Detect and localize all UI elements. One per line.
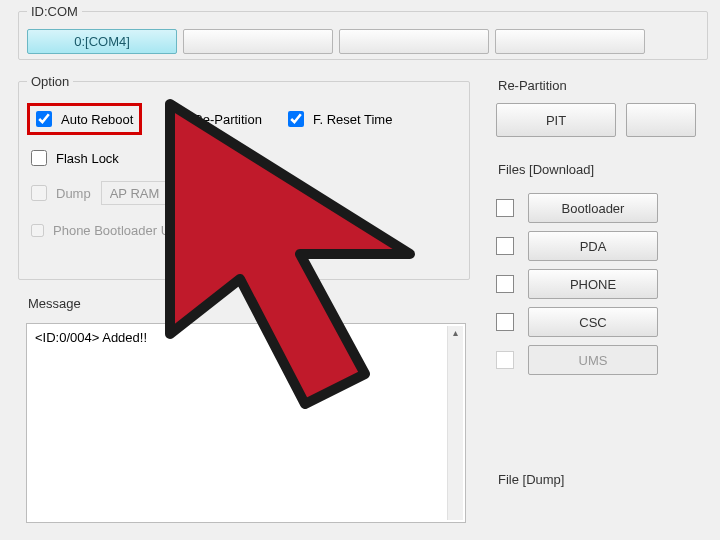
message-textarea[interactable]: <ID:0/004> Added!! ▴ xyxy=(26,323,466,523)
re-partition-input[interactable] xyxy=(168,111,184,127)
file-check-phone[interactable] xyxy=(496,275,514,293)
flash-lock-label: Flash Lock xyxy=(56,151,119,166)
auto-reboot-input[interactable] xyxy=(36,111,52,127)
message-legend: Message xyxy=(24,296,85,311)
pit-button[interactable]: PIT xyxy=(496,103,616,137)
phone-bootloader-row: Phone Bootloader Update xyxy=(27,221,461,240)
flash-lock-input[interactable] xyxy=(31,150,47,166)
f-reset-time-label: F. Reset Time xyxy=(313,112,392,127)
files-panel: Files [Download] Bootloader PDA PHONE CS… xyxy=(488,162,720,462)
phone-button[interactable]: PHONE xyxy=(528,269,658,299)
dump-label: Dump xyxy=(56,186,91,201)
idcom-legend: ID:COM xyxy=(27,4,82,19)
auto-reboot-highlight: Auto Reboot xyxy=(27,103,142,135)
com-slot-2[interactable] xyxy=(339,29,489,54)
message-panel: Message <ID:0/004> Added!! ▴ xyxy=(18,296,474,528)
file-row-csc: CSC xyxy=(496,307,716,337)
pda-button[interactable]: PDA xyxy=(528,231,658,261)
option-legend: Option xyxy=(27,74,73,89)
auto-reboot-checkbox[interactable]: Auto Reboot xyxy=(32,108,133,130)
phone-bootloader-input xyxy=(31,224,44,237)
flash-lock-checkbox[interactable]: Flash Lock xyxy=(27,147,119,169)
dump-checkbox: Dump xyxy=(27,182,91,204)
com-slot-0[interactable]: 0:[COM4] xyxy=(27,29,177,54)
dump-input xyxy=(31,185,47,201)
option-panel: Option Auto Reboot Re-Partition F. Reset… xyxy=(18,74,470,280)
f-reset-time-input[interactable] xyxy=(288,111,304,127)
pit-row: PIT xyxy=(496,103,716,137)
scroll-up-icon[interactable]: ▴ xyxy=(453,326,458,340)
auto-reboot-label: Auto Reboot xyxy=(61,112,133,127)
dump-row: Dump AP RAM xyxy=(27,181,461,205)
filedump-panel: File [Dump] xyxy=(488,472,720,528)
com-slot-row: 0:[COM4] xyxy=(27,29,699,54)
file-row-bootloader: Bootloader xyxy=(496,193,716,223)
filedump-legend: File [Dump] xyxy=(494,472,568,487)
files-legend: Files [Download] xyxy=(494,162,598,177)
repartition-panel: Re-Partition PIT xyxy=(488,78,720,152)
option-row-1: Auto Reboot Re-Partition F. Reset Time xyxy=(27,103,461,135)
phone-bootloader-label: Phone Bootloader Update xyxy=(53,223,203,238)
re-partition-checkbox[interactable]: Re-Partition xyxy=(164,108,262,130)
file-row-phone: PHONE xyxy=(496,269,716,299)
com-slot-1[interactable] xyxy=(183,29,333,54)
dump-select: AP RAM xyxy=(101,181,221,205)
file-check-csc[interactable] xyxy=(496,313,514,331)
com-slot-3[interactable] xyxy=(495,29,645,54)
repartition-legend: Re-Partition xyxy=(494,78,571,93)
csc-button[interactable]: CSC xyxy=(528,307,658,337)
ums-button: UMS xyxy=(528,345,658,375)
pit-aux-button[interactable] xyxy=(626,103,696,137)
message-text: <ID:0/004> Added!! xyxy=(35,330,147,345)
bootloader-button[interactable]: Bootloader xyxy=(528,193,658,223)
file-row-ums: UMS xyxy=(496,345,716,375)
option-row-2: Flash Lock xyxy=(27,147,461,169)
f-reset-time-checkbox[interactable]: F. Reset Time xyxy=(284,108,392,130)
message-scrollbar[interactable]: ▴ xyxy=(447,326,463,520)
file-row-pda: PDA xyxy=(496,231,716,261)
idcom-panel: ID:COM 0:[COM4] xyxy=(18,4,708,60)
file-check-pda[interactable] xyxy=(496,237,514,255)
re-partition-label: Re-Partition xyxy=(193,112,262,127)
file-check-bootloader[interactable] xyxy=(496,199,514,217)
file-check-ums xyxy=(496,351,514,369)
